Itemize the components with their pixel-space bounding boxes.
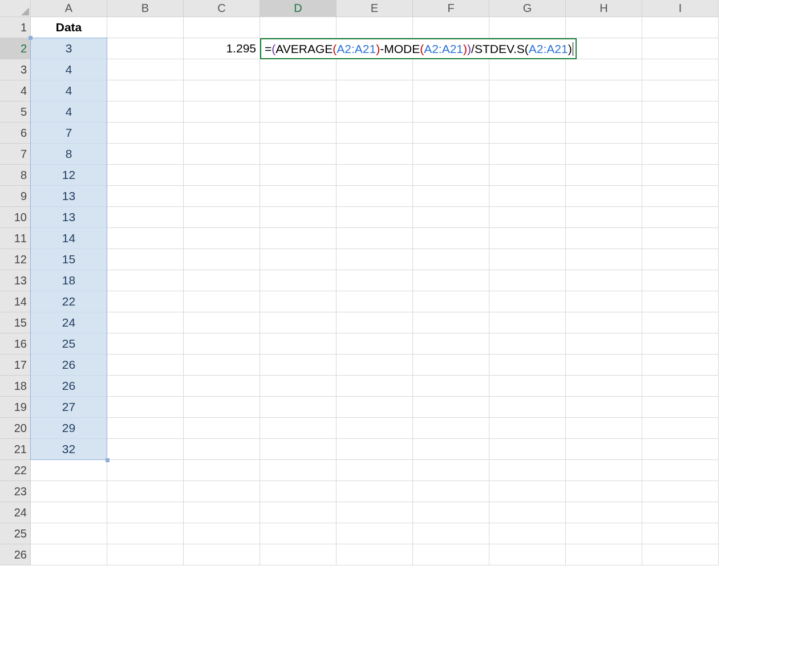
- cell-I13[interactable]: [642, 270, 719, 291]
- cell-E1[interactable]: [337, 17, 413, 38]
- cell-I22[interactable]: [642, 460, 719, 481]
- cell-G25[interactable]: [489, 523, 566, 544]
- cell-B21[interactable]: [107, 439, 184, 460]
- cell-I15[interactable]: [642, 312, 719, 333]
- cell-B16[interactable]: [107, 333, 184, 355]
- cell-C21[interactable]: [184, 439, 260, 460]
- cell-D7[interactable]: [260, 144, 337, 165]
- row-header-7[interactable]: 7: [0, 144, 31, 165]
- cell-G18[interactable]: [489, 376, 566, 397]
- cell-B19[interactable]: [107, 397, 184, 418]
- cell-B1[interactable]: [107, 17, 184, 38]
- cell-B10[interactable]: [107, 207, 184, 228]
- cell-E21[interactable]: [337, 439, 413, 460]
- cell-G13[interactable]: [489, 270, 566, 291]
- cell-C2[interactable]: 1.295: [184, 38, 260, 59]
- cell-D1[interactable]: [260, 17, 337, 38]
- column-header-I[interactable]: I: [642, 0, 719, 17]
- cell-B15[interactable]: [107, 312, 184, 333]
- cell-C17[interactable]: [184, 355, 260, 376]
- cell-G9[interactable]: [489, 186, 566, 207]
- cell-B5[interactable]: [107, 101, 184, 123]
- cell-F7[interactable]: [413, 144, 489, 165]
- cell-C24[interactable]: [184, 502, 260, 523]
- cell-B3[interactable]: [107, 59, 184, 80]
- cell-H13[interactable]: [566, 270, 642, 291]
- row-header-15[interactable]: 15: [0, 312, 31, 333]
- cell-F15[interactable]: [413, 312, 489, 333]
- cell-D22[interactable]: [260, 460, 337, 481]
- cell-G8[interactable]: [489, 165, 566, 186]
- cell-A17[interactable]: 26: [31, 355, 107, 376]
- cell-D12[interactable]: [260, 249, 337, 270]
- cell-H15[interactable]: [566, 312, 642, 333]
- cell-E7[interactable]: [337, 144, 413, 165]
- cell-H9[interactable]: [566, 186, 642, 207]
- cell-D20[interactable]: [260, 418, 337, 439]
- cell-A5[interactable]: 4: [31, 101, 107, 123]
- cell-G24[interactable]: [489, 502, 566, 523]
- cell-C22[interactable]: [184, 460, 260, 481]
- cell-A7[interactable]: 8: [31, 144, 107, 165]
- cell-I6[interactable]: [642, 123, 719, 144]
- row-header-6[interactable]: 6: [0, 123, 31, 144]
- cell-F13[interactable]: [413, 270, 489, 291]
- cell-G17[interactable]: [489, 355, 566, 376]
- cell-F21[interactable]: [413, 439, 489, 460]
- cell-E5[interactable]: [337, 101, 413, 123]
- cell-C4[interactable]: [184, 80, 260, 101]
- cell-D25[interactable]: [260, 523, 337, 544]
- cell-I25[interactable]: [642, 523, 719, 544]
- cell-B20[interactable]: [107, 418, 184, 439]
- cell-A16[interactable]: 25: [31, 333, 107, 355]
- cell-A24[interactable]: [31, 502, 107, 523]
- cell-D6[interactable]: [260, 123, 337, 144]
- cell-I2[interactable]: [642, 38, 719, 59]
- cell-G1[interactable]: [489, 17, 566, 38]
- cell-B25[interactable]: [107, 523, 184, 544]
- cell-A3[interactable]: 4: [31, 59, 107, 80]
- cell-F22[interactable]: [413, 460, 489, 481]
- cell-B12[interactable]: [107, 249, 184, 270]
- cell-F19[interactable]: [413, 397, 489, 418]
- cell-A14[interactable]: 22: [31, 291, 107, 312]
- column-header-B[interactable]: B: [107, 0, 184, 17]
- row-header-11[interactable]: 11: [0, 228, 31, 249]
- cell-B23[interactable]: [107, 481, 184, 502]
- cell-E9[interactable]: [337, 186, 413, 207]
- cell-F20[interactable]: [413, 418, 489, 439]
- cell-H20[interactable]: [566, 418, 642, 439]
- cell-F5[interactable]: [413, 101, 489, 123]
- cell-A11[interactable]: 14: [31, 228, 107, 249]
- row-header-1[interactable]: 1: [0, 17, 31, 38]
- row-header-2[interactable]: 2: [0, 38, 31, 59]
- cell-F6[interactable]: [413, 123, 489, 144]
- cell-A18[interactable]: 26: [31, 376, 107, 397]
- cell-H17[interactable]: [566, 355, 642, 376]
- cell-H7[interactable]: [566, 144, 642, 165]
- cell-F16[interactable]: [413, 333, 489, 355]
- cell-G19[interactable]: [489, 397, 566, 418]
- row-header-4[interactable]: 4: [0, 80, 31, 101]
- cell-C5[interactable]: [184, 101, 260, 123]
- cell-G15[interactable]: [489, 312, 566, 333]
- cell-F24[interactable]: [413, 502, 489, 523]
- cell-I5[interactable]: [642, 101, 719, 123]
- cell-H21[interactable]: [566, 439, 642, 460]
- column-header-G[interactable]: G: [489, 0, 566, 17]
- cell-E24[interactable]: [337, 502, 413, 523]
- cell-E18[interactable]: [337, 376, 413, 397]
- cell-D18[interactable]: [260, 376, 337, 397]
- column-header-H[interactable]: H: [566, 0, 642, 17]
- cell-G4[interactable]: [489, 80, 566, 101]
- cell-H19[interactable]: [566, 397, 642, 418]
- cell-C20[interactable]: [184, 418, 260, 439]
- cell-B7[interactable]: [107, 144, 184, 165]
- cell-E8[interactable]: [337, 165, 413, 186]
- cell-I16[interactable]: [642, 333, 719, 355]
- cell-E23[interactable]: [337, 481, 413, 502]
- column-header-D[interactable]: D: [260, 0, 337, 17]
- cell-D23[interactable]: [260, 481, 337, 502]
- cell-C3[interactable]: [184, 59, 260, 80]
- spreadsheet-grid[interactable]: ABCDEFGHI1Data231.2953444546778812913101…: [0, 0, 786, 565]
